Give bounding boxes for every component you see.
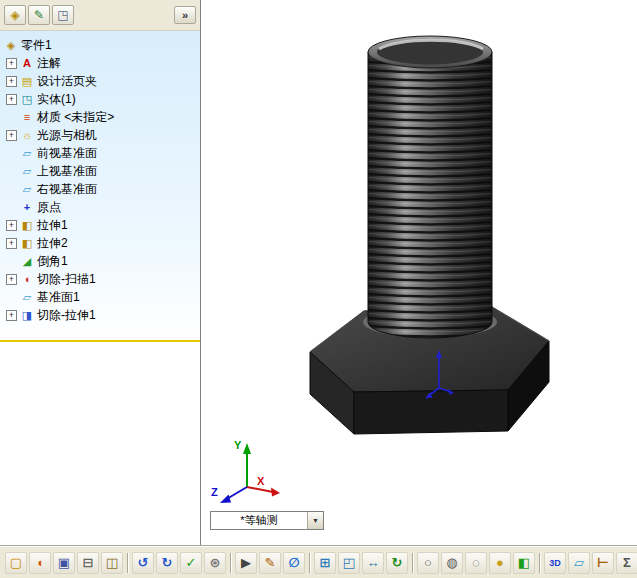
3d-sketch-icon[interactable]: 3D bbox=[544, 552, 566, 574]
cut-sweep-icon: ◖ bbox=[20, 272, 34, 286]
tree-item[interactable]: +◢倒角1 bbox=[0, 252, 200, 270]
tree-item[interactable]: +◳实体(1) bbox=[0, 90, 200, 108]
toolbar-separator bbox=[539, 553, 540, 573]
dropdown-arrow-icon[interactable]: ▼ bbox=[307, 512, 323, 529]
rotate-view-icon[interactable]: ↻ bbox=[386, 552, 408, 574]
configurationmanager-tab[interactable]: ◳ bbox=[52, 5, 74, 25]
print-preview-icon[interactable]: ◫ bbox=[101, 552, 123, 574]
view-orientation-select[interactable]: *等轴测 ▼ bbox=[210, 511, 324, 530]
boss-extrude-icon: ◧ bbox=[20, 236, 34, 250]
tree-item[interactable]: +▱上视基准面 bbox=[0, 162, 200, 180]
tree-item[interactable]: +▱基准面1 bbox=[0, 288, 200, 306]
section-view-icon[interactable]: ◧ bbox=[513, 552, 535, 574]
redo-icon[interactable]: ↻ bbox=[156, 552, 178, 574]
tree-item-label: 拉伸1 bbox=[37, 217, 68, 234]
reference-triad: Y X Z bbox=[211, 439, 280, 503]
application-window: { "left_panel": { "tab_bar": { "tabs": [… bbox=[0, 0, 637, 578]
toolbar-separator bbox=[309, 553, 310, 573]
graphics-viewport[interactable]: Y X Z *等轴测 ▼ bbox=[201, 0, 637, 546]
bottom-toolbar: ▢◖▣⊟◫↺↻✓⊛▶✎∅⊞◰↔↻○◍◌●◧3D▱⊢Σ? bbox=[0, 546, 637, 578]
panel-empty-area bbox=[0, 342, 200, 542]
select-icon[interactable]: ▶ bbox=[235, 552, 257, 574]
origin-icon: + bbox=[20, 200, 34, 214]
expander-icon[interactable]: + bbox=[6, 310, 17, 321]
expander-icon[interactable]: + bbox=[6, 238, 17, 249]
options-icon[interactable]: ⊛ bbox=[204, 552, 226, 574]
expander-icon[interactable]: + bbox=[6, 220, 17, 231]
feature-tree: ◈零件1+A注解+▤设计活页夹+◳实体(1)+≡材质 <未指定>+☼光源与相机+… bbox=[0, 31, 200, 336]
tree-item-label: 切除-扫描1 bbox=[37, 271, 96, 288]
triad-z-label: Z bbox=[211, 486, 218, 498]
expander-icon[interactable]: + bbox=[6, 130, 17, 141]
boss-extrude-icon: ◧ bbox=[20, 218, 34, 232]
tree-item[interactable]: ++原点 bbox=[0, 198, 200, 216]
expander-icon[interactable]: + bbox=[6, 274, 17, 285]
tree-item-label: 右视基准面 bbox=[37, 181, 97, 198]
open-icon[interactable]: ◖ bbox=[29, 552, 51, 574]
print-icon[interactable]: ⊟ bbox=[77, 552, 99, 574]
feature-tree-panel: ◈✎◳ » ◈零件1+A注解+▤设计活页夹+◳实体(1)+≡材质 <未指定>+☼… bbox=[0, 0, 201, 546]
hidden-lines-removed-icon[interactable]: ◌ bbox=[465, 552, 487, 574]
save-icon[interactable]: ▣ bbox=[53, 552, 75, 574]
reference-plane-icon[interactable]: ▱ bbox=[568, 552, 590, 574]
toolbar-separator bbox=[230, 553, 231, 573]
panel-expand-button[interactable]: » bbox=[174, 6, 196, 24]
tree-item[interactable]: +◧拉伸2 bbox=[0, 234, 200, 252]
tree-item[interactable]: +☼光源与相机 bbox=[0, 126, 200, 144]
cut-extrude-icon: ◨ bbox=[20, 308, 34, 322]
design-binder-icon: ▤ bbox=[20, 74, 34, 88]
tree-item-label: 切除-拉伸1 bbox=[37, 307, 96, 324]
tree-item-label: 实体(1) bbox=[37, 91, 76, 108]
zoom-area-icon[interactable]: ◰ bbox=[338, 552, 360, 574]
rebuild-icon[interactable]: ✓ bbox=[180, 552, 202, 574]
pan-icon[interactable]: ↔ bbox=[362, 552, 384, 574]
sketch-icon[interactable]: ✎ bbox=[259, 552, 281, 574]
tree-item-label: 注解 bbox=[37, 55, 61, 72]
tree-item[interactable]: +◧拉伸1 bbox=[0, 216, 200, 234]
bolt-model[interactable] bbox=[310, 36, 549, 434]
tree-item-label: 倒角1 bbox=[37, 253, 68, 270]
tree-item-label: 拉伸2 bbox=[37, 235, 68, 252]
plane-icon: ▱ bbox=[20, 146, 34, 160]
tree-item[interactable]: +◨切除-拉伸1 bbox=[0, 306, 200, 324]
zoom-fit-icon[interactable]: ⊞ bbox=[314, 552, 336, 574]
view-orientation-value: *等轴测 bbox=[211, 512, 307, 529]
plane-icon: ▱ bbox=[20, 182, 34, 196]
undo-icon[interactable]: ↺ bbox=[132, 552, 154, 574]
panel-tab-bar: ◈✎◳ » bbox=[0, 0, 200, 31]
tree-item-label: 原点 bbox=[37, 199, 61, 216]
tree-item[interactable]: +≡材质 <未指定> bbox=[0, 108, 200, 126]
expander-icon[interactable]: + bbox=[6, 94, 17, 105]
plane-icon: ▱ bbox=[20, 290, 34, 304]
tree-root-item[interactable]: ◈零件1 bbox=[0, 36, 200, 54]
shaded-icon[interactable]: ● bbox=[489, 552, 511, 574]
chamfer-icon: ◢ bbox=[20, 254, 34, 268]
lights-cameras-icon: ☼ bbox=[20, 128, 34, 142]
expander-icon[interactable]: + bbox=[6, 76, 17, 87]
propertymanager-tab[interactable]: ✎ bbox=[28, 5, 50, 25]
tree-item-label: 设计活页夹 bbox=[37, 73, 97, 90]
toolbar-separator bbox=[412, 553, 413, 573]
new-icon[interactable]: ▢ bbox=[5, 552, 27, 574]
annotations-icon: A bbox=[20, 56, 34, 70]
tree-item[interactable]: +A注解 bbox=[0, 54, 200, 72]
wireframe-icon[interactable]: ○ bbox=[417, 552, 439, 574]
tree-item[interactable]: +▤设计活页夹 bbox=[0, 72, 200, 90]
tree-item-label: 光源与相机 bbox=[37, 127, 97, 144]
tree-item-label: 零件1 bbox=[21, 37, 52, 54]
tree-item[interactable]: +◖切除-扫描1 bbox=[0, 270, 200, 288]
tree-item[interactable]: +▱右视基准面 bbox=[0, 180, 200, 198]
triad-y-label: Y bbox=[234, 439, 242, 451]
model-canvas: Y X Z bbox=[201, 0, 637, 546]
measure-icon[interactable]: ⊢ bbox=[592, 552, 614, 574]
smart-dimension-icon[interactable]: ∅ bbox=[283, 552, 305, 574]
featuremanager-tab[interactable]: ◈ bbox=[4, 5, 26, 25]
mass-properties-icon[interactable]: Σ bbox=[616, 552, 637, 574]
part-icon: ◈ bbox=[4, 38, 18, 52]
expander-icon[interactable]: + bbox=[6, 58, 17, 69]
tree-item-label: 上视基准面 bbox=[37, 163, 97, 180]
hidden-lines-visible-icon[interactable]: ◍ bbox=[441, 552, 463, 574]
toolbar-separator bbox=[127, 553, 128, 573]
tree-item-label: 前视基准面 bbox=[37, 145, 97, 162]
tree-item[interactable]: +▱前视基准面 bbox=[0, 144, 200, 162]
